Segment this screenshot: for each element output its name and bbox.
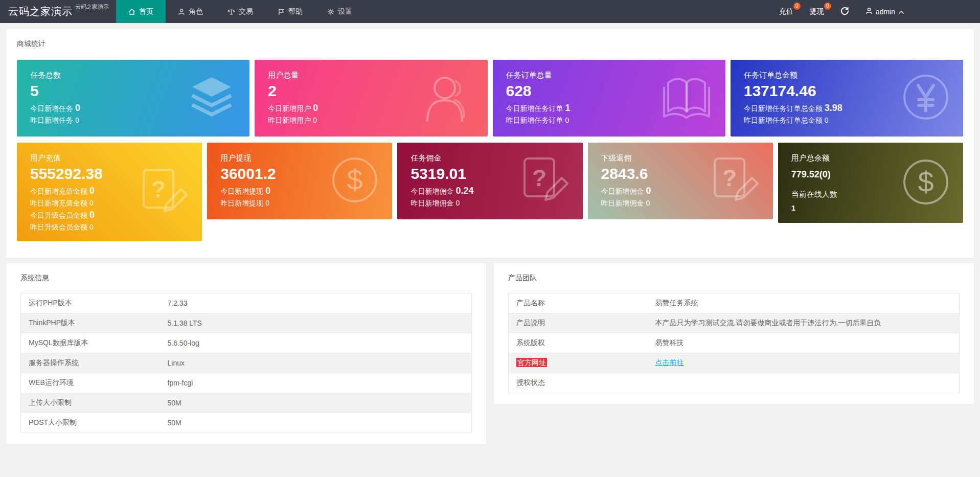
nav-item-transactions[interactable]: 交易 bbox=[215, 0, 265, 23]
table-row: WEB运行环境fpm-fcgi bbox=[21, 373, 472, 393]
stats-panel: 商城统计 任务总数 5 今日新增任务0 昨日新增任务0 用户总量 2 今日新增用… bbox=[6, 29, 974, 258]
logo-sub-text: 云码之家演示 bbox=[75, 3, 109, 11]
row-label: 产品说明 bbox=[509, 313, 648, 333]
svg-text:?: ? bbox=[722, 165, 737, 191]
product-team-panel: 产品团队 产品名称易赞任务系统 产品说明本产品只为学习测试交流,请勿要做商业或者… bbox=[494, 263, 974, 404]
stat-card-user-withdraw: 用户提现 36001.2 今日新增提现0 昨日新增提现0 $ bbox=[207, 143, 392, 219]
product-team-title: 产品团队 bbox=[508, 274, 960, 283]
row-label: 服务器操作系统 bbox=[21, 353, 160, 373]
recharge-button[interactable]: 充值 0 bbox=[771, 0, 802, 23]
nav-item-label: 设置 bbox=[338, 7, 352, 16]
table-row: 官方网址点击前往 bbox=[509, 353, 960, 373]
row-label: POST大小限制 bbox=[21, 413, 160, 433]
chevron-up-icon bbox=[898, 8, 904, 16]
row-value: 易赞科技 bbox=[648, 333, 960, 353]
user-icon bbox=[178, 8, 185, 15]
row-value: Linux bbox=[160, 353, 472, 373]
refresh-button[interactable] bbox=[832, 0, 857, 23]
withdraw-label: 提现 bbox=[810, 7, 824, 16]
yen-circle-icon bbox=[902, 73, 950, 123]
svg-text:?: ? bbox=[532, 165, 546, 191]
row-label: 运行PHP版本 bbox=[21, 293, 160, 313]
row-label: 上传大小限制 bbox=[21, 393, 160, 413]
table-row: 上传大小限制50M bbox=[21, 393, 472, 413]
stat-card-task-commission: 任务佣金 5319.01 今日新增佣金0.24 昨日新增佣金0 ? bbox=[397, 143, 582, 219]
top-navbar: 云码之家演示 云码之家演示 首页 角色 交易 帮助 bbox=[0, 0, 980, 23]
stat-card-task-order-amount: 任务订单总金额 137174.46 今日新增任务订单总金额3.98 昨日新增任务… bbox=[731, 60, 963, 137]
stat-card-total-tasks: 任务总数 5 今日新增任务0 昨日新增任务0 bbox=[17, 60, 249, 137]
stat-card-user-balance: 用户总余额 779.52(0) 当前在线人数 1 $ bbox=[778, 143, 963, 223]
user-menu[interactable]: admin bbox=[857, 0, 913, 23]
official-site-link[interactable]: 点击前往 bbox=[655, 358, 684, 367]
nav-item-label: 首页 bbox=[139, 7, 153, 16]
dollar-circle-icon: $ bbox=[902, 158, 950, 208]
row-label: 产品名称 bbox=[509, 293, 648, 313]
table-row: MySQL数据库版本5.6.50-log bbox=[21, 333, 472, 353]
table-row: 授权状态 bbox=[509, 373, 960, 393]
table-row: ThinkPHP版本5.1.38 LTS bbox=[21, 313, 472, 333]
refresh-icon bbox=[840, 7, 849, 17]
user-icon bbox=[865, 7, 873, 16]
table-row: 系统版权易赞科技 bbox=[509, 333, 960, 353]
svg-text:?: ? bbox=[151, 176, 166, 202]
nav-item-settings[interactable]: 设置 bbox=[315, 0, 364, 23]
card-title: 用户充值 bbox=[30, 153, 189, 163]
gear-icon bbox=[327, 8, 334, 15]
person-icon bbox=[423, 71, 474, 126]
stat-cards-row-1: 任务总数 5 今日新增任务0 昨日新增任务0 用户总量 2 今日新增用户0 昨日… bbox=[17, 60, 963, 137]
withdraw-button[interactable]: 提现 0 bbox=[802, 0, 832, 23]
doc-question-pencil-icon: ? bbox=[709, 154, 760, 208]
row-value: 本产品只为学习测试交流,请勿要做商业或者用于违法行为,一切后果自负 bbox=[648, 313, 960, 333]
svg-text:$: $ bbox=[918, 166, 933, 198]
row-value: 易赞任务系统 bbox=[648, 293, 960, 313]
table-row: POST大小限制50M bbox=[21, 413, 472, 433]
logo-text: 云码之家演示 bbox=[8, 5, 73, 18]
row-value: 7.2.33 bbox=[160, 293, 472, 313]
row-value: fpm-fcgi bbox=[160, 373, 472, 393]
nav-item-home[interactable]: 首页 bbox=[116, 0, 166, 23]
row-label: 官方网址 bbox=[509, 353, 648, 373]
svg-text:$: $ bbox=[347, 164, 363, 196]
table-row: 服务器操作系统Linux bbox=[21, 353, 472, 373]
main-menu: 首页 角色 交易 帮助 设置 bbox=[116, 0, 364, 23]
row-value: 5.1.38 LTS bbox=[160, 313, 472, 333]
table-row: 产品名称易赞任务系统 bbox=[509, 293, 960, 313]
official-site-label: 官方网址 bbox=[516, 358, 547, 367]
recharge-badge: 0 bbox=[793, 3, 801, 10]
stat-card-sub-rebate: 下级返佣 2843.6 今日新增佣金0 昨日新增佣金0 ? bbox=[588, 143, 773, 219]
logo[interactable]: 云码之家演示 云码之家演示 bbox=[0, 0, 116, 23]
row-value: 50M bbox=[160, 393, 472, 413]
nav-item-help[interactable]: 帮助 bbox=[265, 0, 315, 23]
stat-cards-row-2: 用户充值 555292.38 今日新增充值金额0 昨日新增充值金额0 今日升级会… bbox=[17, 143, 963, 241]
stats-panel-title: 商城统计 bbox=[17, 39, 963, 49]
row-value bbox=[648, 373, 960, 393]
table-row: 产品说明本产品只为学习测试交流,请勿要做商业或者用于违法行为,一切后果自负 bbox=[509, 313, 960, 333]
layers-icon bbox=[187, 75, 236, 121]
stat-card-user-recharge: 用户充值 555292.38 今日新增充值金额0 昨日新增充值金额0 今日升级会… bbox=[17, 143, 202, 241]
scales-icon bbox=[227, 8, 235, 15]
table-row: 运行PHP版本7.2.33 bbox=[21, 293, 472, 313]
nav-item-label: 角色 bbox=[189, 7, 203, 16]
home-icon bbox=[128, 8, 135, 15]
system-info-title: 系统信息 bbox=[20, 274, 472, 283]
book-icon bbox=[661, 74, 712, 123]
doc-question-pencil-icon: ? bbox=[138, 166, 189, 219]
flag-icon bbox=[278, 8, 285, 15]
recharge-label: 充值 bbox=[779, 7, 793, 16]
row-label: ThinkPHP版本 bbox=[21, 313, 160, 333]
main-content: 商城统计 任务总数 5 今日新增任务0 昨日新增任务0 用户总量 2 今日新增用… bbox=[0, 23, 980, 450]
stat-card-total-users: 用户总量 2 今日新增用户0 昨日新增用户0 bbox=[255, 60, 487, 137]
nav-item-roles[interactable]: 角色 bbox=[166, 0, 215, 23]
nav-item-label: 交易 bbox=[239, 7, 253, 16]
nav-item-label: 帮助 bbox=[288, 7, 303, 16]
row-value: 5.6.50-log bbox=[160, 333, 472, 353]
stat-card-total-task-orders: 任务订单总量 628 今日新增任务订单1 昨日新增任务订单0 bbox=[493, 60, 725, 137]
username: admin bbox=[876, 8, 895, 16]
row-value: 50M bbox=[160, 413, 472, 433]
product-team-table: 产品名称易赞任务系统 产品说明本产品只为学习测试交流,请勿要做商业或者用于违法行… bbox=[508, 293, 960, 393]
bottom-section: 系统信息 运行PHP版本7.2.33 ThinkPHP版本5.1.38 LTS … bbox=[6, 263, 974, 444]
system-info-table: 运行PHP版本7.2.33 ThinkPHP版本5.1.38 LTS MySQL… bbox=[20, 293, 472, 433]
doc-question-pencil-icon: ? bbox=[518, 154, 569, 208]
navbar-right: 充值 0 提现 0 admin bbox=[771, 0, 980, 23]
row-value: 点击前往 bbox=[648, 353, 960, 373]
